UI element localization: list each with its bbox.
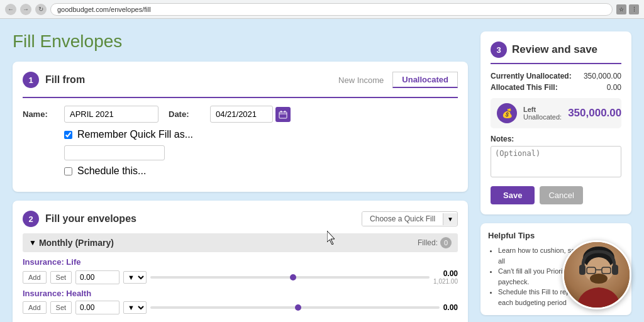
quick-fill-dropdown-arrow[interactable]: ▼ [443, 213, 457, 225]
env-dropdown-1[interactable]: ▼ [123, 271, 147, 284]
remember-row: Remember Quick Fill as... [23, 129, 458, 140]
env-amount-2: 0.00 [443, 303, 458, 312]
refresh-button[interactable]: ↻ [35, 4, 47, 15]
filled-count: 0 [440, 237, 452, 248]
calendar-icon[interactable] [275, 107, 291, 122]
name-row: Name: Date: [23, 106, 458, 123]
left-panel: Fill Envelopes 1 Fill from New Income Un… [13, 31, 468, 309]
currently-unallocated-label: Currently Unallocated: [491, 72, 572, 80]
env-input-1[interactable] [75, 270, 119, 284]
env-value-2: 0.00 [443, 303, 458, 312]
schedule-checkbox[interactable] [64, 167, 72, 175]
monthly-title: Monthly (Primary) [39, 238, 418, 248]
back-button[interactable]: ← [5, 4, 16, 15]
tips-title: Helpful Tips [488, 231, 624, 240]
remember-label: Remember Quick Fill as... [77, 129, 193, 140]
fill-envelopes-card: 2 Fill your envelopes Choose a Quick Fil… [13, 201, 468, 322]
fill-envelopes-header: 2 Fill your envelopes Choose a Quick Fil… [23, 211, 458, 227]
filled-label: Filled: [418, 238, 438, 247]
monthly-collapse-icon[interactable]: ▼ [29, 238, 36, 247]
env-amount-1: 0.00 1,021.00 [433, 269, 458, 285]
unallocated-label: Unallocated: [523, 113, 562, 121]
category1-label: Insurance: Life [23, 257, 458, 267]
env-value-1: 0.00 [433, 269, 458, 278]
date-input-group [210, 106, 291, 123]
currently-unallocated-row: Currently Unallocated: 350,000.00 [491, 72, 621, 80]
wallet-icon: 💰 [497, 103, 517, 123]
svg-rect-7 [612, 265, 618, 275]
set-btn-2[interactable]: Set [50, 301, 72, 314]
divider [23, 97, 458, 98]
quick-fill-btn[interactable]: Choose a Quick Fill ▼ [362, 211, 458, 226]
slider-thumb-2 [295, 304, 301, 311]
review-card: 3 Review and save Currently Unallocated:… [480, 31, 631, 214]
action-buttons: Save Cancel [491, 186, 621, 204]
filled-badge: Filled: 0 [418, 237, 452, 248]
fill-from-card: 1 Fill from New Income Unallocated Name:… [13, 62, 468, 192]
slider-2[interactable] [150, 306, 440, 309]
add-btn-1[interactable]: Add [23, 271, 47, 284]
tab-new-income[interactable]: New Income [330, 72, 392, 88]
set-btn-1[interactable]: Set [50, 271, 72, 284]
menu-icon: ⋮ [629, 4, 639, 14]
fill-from-header: 1 Fill from New Income Unallocated [23, 72, 458, 88]
left-unallocated-box: 💰 Left Unallocated: 350,000.00 [491, 98, 621, 128]
svg-rect-0 [279, 112, 287, 118]
currently-unallocated-value: 350,000.00 [584, 72, 621, 80]
step1-title: Fill from [45, 74, 85, 86]
browser-icons: ☆ ⋮ [616, 4, 639, 14]
left-amount: 350,000.00 [568, 107, 621, 119]
svg-rect-6 [579, 265, 586, 275]
name-input[interactable] [64, 106, 158, 123]
fill-from-tabs: New Income Unallocated [330, 72, 458, 88]
schedule-label: Schedule this... [77, 165, 146, 177]
review-title: Review and save [512, 43, 597, 56]
date-input[interactable] [210, 106, 273, 123]
left-label: Left [523, 106, 562, 113]
notes-label: Notes: [491, 135, 621, 143]
remember-checkbox[interactable] [64, 131, 72, 139]
env-dropdown-2[interactable]: ▼ [123, 301, 147, 314]
monthly-header: ▼ Monthly (Primary) Filled: 0 [23, 233, 458, 252]
category2-label: Insurance: Health [23, 289, 458, 298]
save-button[interactable]: Save [491, 186, 535, 204]
date-label: Date: [169, 109, 200, 119]
url-text: goodbudget.com/envelopes/fill [57, 6, 151, 13]
step1-circle: 1 [23, 72, 39, 88]
envelope-row-1: Add Set ▼ 0.00 1,021.00 [23, 269, 458, 285]
review-header: 3 Review and save [491, 42, 621, 64]
step2-title: Fill your envelopes [45, 213, 136, 225]
env-max-1: 1,021.00 [433, 278, 458, 285]
notes-textarea[interactable] [491, 146, 621, 177]
left-unallocated-labels: Left Unallocated: [523, 106, 562, 121]
quick-fill-main-btn[interactable]: Choose a Quick Fill [362, 212, 443, 226]
slider-1[interactable] [150, 276, 430, 279]
step2-circle: 2 [23, 211, 39, 227]
forward-button[interactable]: → [20, 4, 31, 15]
quick-fill-name-input[interactable] [64, 145, 165, 160]
allocated-label: Allocated This Fill: [491, 83, 558, 92]
step3-circle: 3 [491, 42, 507, 58]
avatar-overlay [562, 240, 631, 309]
svg-point-9 [590, 274, 608, 284]
cancel-button[interactable]: Cancel [540, 186, 582, 204]
page-title: Fill Envelopes [13, 31, 468, 52]
env-input-2[interactable] [75, 301, 119, 314]
star-icon: ☆ [616, 4, 626, 14]
allocated-row: Allocated This Fill: 0.00 [491, 83, 621, 92]
main-content: Fill Envelopes 1 Fill from New Income Un… [0, 19, 644, 322]
envelope-row-2: Add Set ▼ 0.00 [23, 301, 458, 314]
schedule-row: Schedule this... [23, 165, 458, 177]
avatar-person [564, 242, 630, 308]
add-btn-2[interactable]: Add [23, 301, 47, 314]
tab-unallocated[interactable]: Unallocated [392, 72, 458, 88]
browser-chrome: ← → ↻ goodbudget.com/envelopes/fill ☆ ⋮ [0, 0, 644, 19]
url-bar[interactable]: goodbudget.com/envelopes/fill [50, 3, 613, 16]
allocated-value: 0.00 [607, 83, 621, 92]
slider-thumb-1 [290, 274, 296, 280]
name-label: Name: [23, 109, 54, 119]
